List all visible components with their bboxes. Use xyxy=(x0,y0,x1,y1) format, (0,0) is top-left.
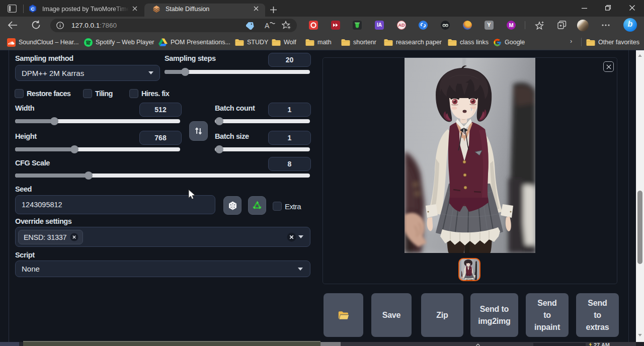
svg-text:A: A xyxy=(265,22,270,29)
svg-text:C: C xyxy=(31,6,35,12)
